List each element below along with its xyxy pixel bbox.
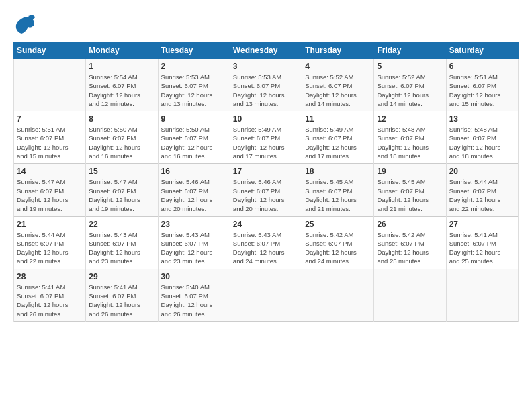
day-number: 2 [161, 62, 227, 71]
calendar-cell [302, 269, 374, 321]
calendar-cell: 13Sunrise: 5:48 AM Sunset: 6:07 PM Dayli… [446, 111, 518, 164]
day-number: 30 [161, 272, 227, 281]
day-number: 10 [233, 114, 299, 124]
day-number: 7 [17, 114, 83, 124]
calendar-week-row: 21Sunrise: 5:44 AM Sunset: 6:07 PM Dayli… [14, 216, 519, 269]
day-number: 29 [89, 272, 154, 281]
day-number: 12 [377, 114, 443, 124]
day-number: 18 [305, 167, 371, 176]
day-number: 1 [89, 62, 154, 71]
day-details: Sunrise: 5:41 AM Sunset: 6:07 PM Dayligh… [449, 230, 515, 266]
day-details: Sunrise: 5:53 AM Sunset: 6:07 PM Dayligh… [233, 73, 299, 108]
calendar-cell: 12Sunrise: 5:48 AM Sunset: 6:07 PM Dayli… [374, 111, 446, 164]
day-details: Sunrise: 5:43 AM Sunset: 6:07 PM Dayligh… [89, 230, 154, 266]
calendar-header-day: Monday [86, 42, 158, 59]
day-number: 21 [17, 220, 83, 229]
day-details: Sunrise: 5:44 AM Sunset: 6:07 PM Dayligh… [449, 177, 515, 213]
calendar-cell: 17Sunrise: 5:46 AM Sunset: 6:07 PM Dayli… [230, 164, 302, 216]
day-number: 19 [377, 167, 443, 176]
logo-icon [15, 13, 35, 39]
calendar-header-day: Saturday [446, 42, 518, 59]
day-details: Sunrise: 5:43 AM Sunset: 6:07 PM Dayligh… [161, 230, 227, 266]
day-details: Sunrise: 5:49 AM Sunset: 6:07 PM Dayligh… [305, 125, 371, 161]
calendar-cell: 1Sunrise: 5:54 AM Sunset: 6:07 PM Daylig… [86, 59, 158, 111]
day-number: 22 [89, 220, 154, 229]
calendar-cell: 10Sunrise: 5:49 AM Sunset: 6:07 PM Dayli… [230, 111, 302, 164]
day-details: Sunrise: 5:46 AM Sunset: 6:07 PM Dayligh… [161, 177, 227, 213]
day-number: 17 [233, 167, 299, 176]
calendar-cell: 27Sunrise: 5:41 AM Sunset: 6:07 PM Dayli… [446, 216, 518, 269]
day-number: 3 [233, 62, 299, 71]
day-details: Sunrise: 5:46 AM Sunset: 6:07 PM Dayligh… [233, 177, 299, 213]
day-details: Sunrise: 5:41 AM Sunset: 6:07 PM Dayligh… [89, 283, 154, 318]
calendar-week-row: 28Sunrise: 5:41 AM Sunset: 6:07 PM Dayli… [14, 269, 519, 321]
calendar-cell: 22Sunrise: 5:43 AM Sunset: 6:07 PM Dayli… [86, 216, 158, 269]
logo [13, 13, 35, 39]
calendar-cell: 29Sunrise: 5:41 AM Sunset: 6:07 PM Dayli… [86, 269, 158, 321]
calendar-cell: 6Sunrise: 5:51 AM Sunset: 6:07 PM Daylig… [446, 59, 518, 111]
calendar-header-day: Wednesday [230, 42, 302, 59]
calendar-cell: 24Sunrise: 5:43 AM Sunset: 6:07 PM Dayli… [230, 216, 302, 269]
calendar-header-day: Thursday [302, 42, 374, 59]
day-details: Sunrise: 5:47 AM Sunset: 6:07 PM Dayligh… [17, 177, 83, 213]
day-number: 11 [305, 114, 371, 124]
calendar-cell: 26Sunrise: 5:42 AM Sunset: 6:07 PM Dayli… [374, 216, 446, 269]
calendar-cell [446, 269, 518, 321]
day-number: 27 [449, 220, 515, 229]
day-number: 20 [449, 167, 515, 176]
calendar-week-row: 1Sunrise: 5:54 AM Sunset: 6:07 PM Daylig… [14, 59, 519, 111]
calendar-cell: 8Sunrise: 5:50 AM Sunset: 6:07 PM Daylig… [86, 111, 158, 164]
day-details: Sunrise: 5:45 AM Sunset: 6:07 PM Dayligh… [305, 177, 371, 213]
day-number: 5 [377, 62, 443, 71]
calendar-table: SundayMondayTuesdayWednesdayThursdayFrid… [13, 42, 519, 322]
day-details: Sunrise: 5:48 AM Sunset: 6:07 PM Dayligh… [377, 125, 443, 161]
calendar-cell: 20Sunrise: 5:44 AM Sunset: 6:07 PM Dayli… [446, 164, 518, 216]
day-number: 25 [305, 220, 371, 229]
day-number: 16 [161, 167, 227, 176]
calendar-week-row: 14Sunrise: 5:47 AM Sunset: 6:07 PM Dayli… [14, 164, 519, 216]
day-number: 4 [305, 62, 371, 71]
day-number: 13 [449, 114, 515, 124]
day-number: 6 [449, 62, 515, 71]
day-number: 15 [89, 167, 154, 176]
calendar-cell: 25Sunrise: 5:42 AM Sunset: 6:07 PM Dayli… [302, 216, 374, 269]
calendar-week-row: 7Sunrise: 5:51 AM Sunset: 6:07 PM Daylig… [14, 111, 519, 164]
calendar-cell: 7Sunrise: 5:51 AM Sunset: 6:07 PM Daylig… [14, 111, 86, 164]
day-details: Sunrise: 5:40 AM Sunset: 6:07 PM Dayligh… [161, 283, 227, 318]
calendar-cell: 2Sunrise: 5:53 AM Sunset: 6:07 PM Daylig… [158, 59, 230, 111]
day-details: Sunrise: 5:51 AM Sunset: 6:07 PM Dayligh… [449, 73, 515, 108]
calendar-header-row: SundayMondayTuesdayWednesdayThursdayFrid… [14, 42, 519, 59]
day-details: Sunrise: 5:43 AM Sunset: 6:07 PM Dayligh… [233, 230, 299, 266]
calendar-cell: 11Sunrise: 5:49 AM Sunset: 6:07 PM Dayli… [302, 111, 374, 164]
calendar-header-day: Tuesday [158, 42, 230, 59]
calendar-cell: 21Sunrise: 5:44 AM Sunset: 6:07 PM Dayli… [14, 216, 86, 269]
calendar-cell: 4Sunrise: 5:52 AM Sunset: 6:07 PM Daylig… [302, 59, 374, 111]
day-details: Sunrise: 5:53 AM Sunset: 6:07 PM Dayligh… [161, 73, 227, 108]
calendar-cell [230, 269, 302, 321]
calendar-cell: 23Sunrise: 5:43 AM Sunset: 6:07 PM Dayli… [158, 216, 230, 269]
day-details: Sunrise: 5:51 AM Sunset: 6:07 PM Dayligh… [17, 125, 83, 161]
day-details: Sunrise: 5:45 AM Sunset: 6:07 PM Dayligh… [377, 177, 443, 213]
calendar-cell: 9Sunrise: 5:50 AM Sunset: 6:07 PM Daylig… [158, 111, 230, 164]
calendar-header-day: Sunday [14, 42, 86, 59]
day-number: 23 [161, 220, 227, 229]
day-number: 24 [233, 220, 299, 229]
day-number: 28 [17, 272, 83, 281]
calendar-cell [374, 269, 446, 321]
calendar-cell: 18Sunrise: 5:45 AM Sunset: 6:07 PM Dayli… [302, 164, 374, 216]
calendar-cell: 16Sunrise: 5:46 AM Sunset: 6:07 PM Dayli… [158, 164, 230, 216]
day-details: Sunrise: 5:54 AM Sunset: 6:07 PM Dayligh… [89, 73, 154, 108]
day-details: Sunrise: 5:41 AM Sunset: 6:07 PM Dayligh… [17, 283, 83, 318]
day-details: Sunrise: 5:50 AM Sunset: 6:07 PM Dayligh… [89, 125, 154, 161]
day-details: Sunrise: 5:42 AM Sunset: 6:07 PM Dayligh… [377, 230, 443, 266]
calendar-cell: 30Sunrise: 5:40 AM Sunset: 6:07 PM Dayli… [158, 269, 230, 321]
calendar-cell: 28Sunrise: 5:41 AM Sunset: 6:07 PM Dayli… [14, 269, 86, 321]
day-details: Sunrise: 5:42 AM Sunset: 6:07 PM Dayligh… [305, 230, 371, 266]
day-number: 9 [161, 114, 227, 124]
day-number: 14 [17, 167, 83, 176]
day-details: Sunrise: 5:52 AM Sunset: 6:07 PM Dayligh… [377, 73, 443, 108]
calendar-cell: 5Sunrise: 5:52 AM Sunset: 6:07 PM Daylig… [374, 59, 446, 111]
day-details: Sunrise: 5:47 AM Sunset: 6:07 PM Dayligh… [89, 177, 154, 213]
calendar-cell [14, 59, 86, 111]
calendar-cell: 3Sunrise: 5:53 AM Sunset: 6:07 PM Daylig… [230, 59, 302, 111]
